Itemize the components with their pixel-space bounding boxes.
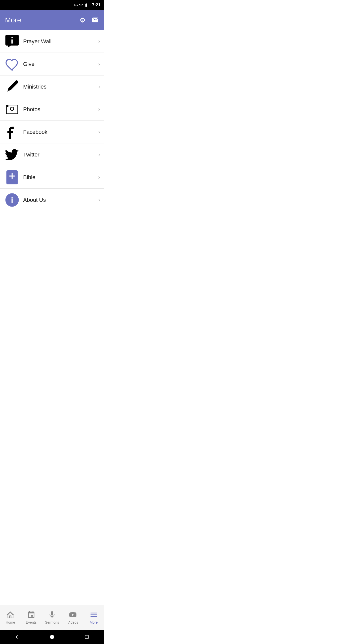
mail-svg (92, 16, 99, 22)
twitter-icon-wrap (4, 147, 20, 163)
ministries-icon (4, 79, 20, 95)
about-us-chevron: › (98, 197, 100, 203)
back-icon (15, 634, 20, 639)
back-button[interactable] (12, 632, 22, 642)
prayer-wall-icon (4, 33, 20, 50)
bible-icon-wrap (4, 169, 20, 185)
more-nav-label: More (90, 620, 98, 624)
events-nav-icon (27, 611, 35, 619)
nav-item-events[interactable]: Events (21, 605, 42, 630)
nav-item-videos[interactable]: Videos (62, 605, 83, 630)
menu-item-bible[interactable]: Bible › (0, 166, 104, 189)
menu-item-photos[interactable]: Photos › (0, 98, 104, 121)
nav-item-sermons[interactable]: Sermons (42, 605, 63, 630)
bible-icon (4, 169, 20, 185)
app-header: More ⚙ (0, 10, 104, 30)
menu-item-about-us[interactable]: i About Us › (0, 189, 104, 211)
facebook-icon (4, 124, 20, 140)
prayer-wall-chevron: › (98, 38, 100, 45)
android-nav-bar (0, 630, 104, 644)
about-us-icon: i (4, 192, 20, 208)
bible-label: Bible (23, 174, 98, 181)
prayer-wall-label: Prayer Wall (23, 38, 98, 45)
prayer-wall-icon-wrap (4, 33, 20, 50)
settings-icon[interactable]: ⚙ (80, 16, 85, 24)
mail-icon[interactable] (92, 16, 99, 24)
header-title: More (5, 16, 21, 24)
signal-icon (79, 3, 83, 7)
sermons-nav-icon (48, 611, 56, 619)
recents-icon (84, 634, 89, 639)
videos-nav-label: Videos (68, 620, 78, 624)
nav-item-home[interactable]: Home (0, 605, 21, 630)
facebook-chevron: › (98, 129, 100, 135)
nav-item-more[interactable]: More (83, 605, 104, 630)
bible-chevron: › (98, 174, 100, 181)
twitter-label: Twitter (23, 151, 98, 158)
home-nav-icon (6, 611, 15, 619)
home-button[interactable] (47, 632, 57, 642)
status-time: 7:21 (92, 3, 101, 8)
header-actions: ⚙ (80, 16, 99, 24)
ministries-icon-wrap (4, 79, 20, 95)
menu-item-ministries[interactable]: Ministries › (0, 75, 104, 98)
menu-list: Prayer Wall › Give › Ministries › Phot (0, 30, 104, 605)
facebook-label: Facebook (23, 129, 98, 135)
sermons-nav-label: Sermons (45, 620, 59, 624)
ministries-label: Ministries (23, 84, 98, 90)
svg-point-7 (50, 635, 54, 639)
facebook-icon-wrap (4, 124, 20, 140)
battery-icon (84, 3, 88, 7)
network-type: 4G (74, 3, 78, 7)
menu-item-prayer-wall[interactable]: Prayer Wall › (0, 30, 104, 53)
twitter-icon (4, 147, 20, 163)
videos-nav-icon (69, 611, 77, 619)
more-nav-icon (89, 611, 98, 619)
svg-rect-0 (7, 105, 9, 107)
ministries-chevron: › (98, 84, 100, 90)
about-us-icon-wrap: i (4, 192, 20, 208)
home-nav-label: Home (6, 620, 15, 624)
menu-item-twitter[interactable]: Twitter › (0, 143, 104, 166)
give-icon-wrap (4, 56, 20, 72)
events-nav-label: Events (26, 620, 37, 624)
menu-item-facebook[interactable]: Facebook › (0, 121, 104, 143)
twitter-chevron: › (98, 151, 100, 158)
bottom-nav: Home Events Sermons Videos More (0, 605, 104, 630)
status-bar: 4G 7:21 (0, 0, 104, 10)
svg-rect-8 (85, 635, 88, 638)
menu-item-give[interactable]: Give › (0, 53, 104, 75)
photos-label: Photos (23, 106, 98, 113)
photos-chevron: › (98, 106, 100, 113)
give-icon (4, 56, 20, 72)
svg-text:i: i (11, 195, 13, 204)
about-us-label: About Us (23, 197, 98, 203)
home-circle-icon (50, 634, 55, 639)
recents-button[interactable] (82, 632, 92, 642)
give-chevron: › (98, 61, 100, 67)
photos-icon-wrap (4, 101, 20, 117)
signal-icons: 4G (74, 3, 88, 7)
give-label: Give (23, 61, 98, 67)
photos-icon (4, 101, 20, 117)
